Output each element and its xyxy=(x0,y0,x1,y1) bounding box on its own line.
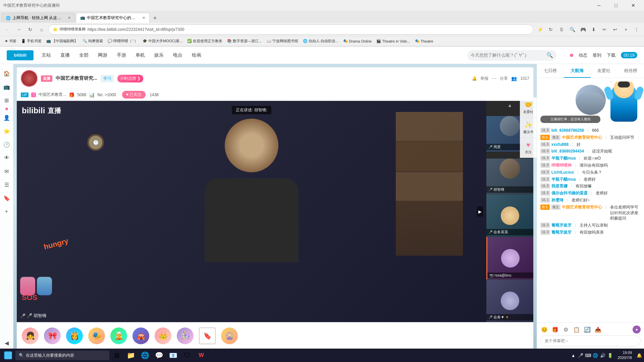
left-message-icon[interactable]: ✉ xyxy=(1,165,13,177)
gift-item-3[interactable]: 🎭 xyxy=(87,325,107,347)
nav-pc-games[interactable]: 网游 xyxy=(97,52,109,58)
love-panel-item[interactable]: 🤝 友爱社 xyxy=(520,98,537,118)
tab-1-close[interactable]: ✕ xyxy=(142,16,145,20)
bookmark-freelance[interactable]: 🌐 自由人-自由职业... xyxy=(301,38,341,44)
bookmark-mooc[interactable]: 🎓 中国大学MOOC(慕... xyxy=(141,38,184,44)
main-video[interactable]: bilibili 直播 正在讲述: 胡智锋; ▶ xyxy=(17,101,486,322)
nav-entertainment[interactable]: 娱乐 xyxy=(153,52,165,58)
url-bar[interactable]: ⭐ 哔哩哔哩弹幕网 https://live.bilibili.com/2223… xyxy=(48,24,533,35)
refresh-icon[interactable]: ↻ xyxy=(546,25,555,34)
bookmark-juben[interactable]: 📺 【中国编剧网】 xyxy=(44,38,80,44)
gift-button[interactable]: 🎁 xyxy=(551,325,559,334)
hourly-btn[interactable]: 小时总榜 ❯ xyxy=(117,75,143,82)
share-button[interactable]: 📤 xyxy=(594,325,602,334)
app-button-4[interactable]: 📧 xyxy=(166,349,180,361)
download-icon[interactable]: ⬇ xyxy=(589,25,598,34)
left-history-icon[interactable]: 🕐 xyxy=(1,138,13,150)
gift-item-1[interactable]: 🎀 xyxy=(42,325,62,347)
taskbar-search-box[interactable]: 🔍 在这里输入你要搜索的内容 xyxy=(15,351,109,360)
taskbar-clock[interactable]: 19:09 2020/7/8 xyxy=(615,350,635,361)
search-button[interactable]: 🔍 xyxy=(546,52,553,58)
refresh-button[interactable]: 🔄 xyxy=(583,325,591,334)
tab-1[interactable]: 📺 中国艺术教育研究中心的直播间 ✕ xyxy=(76,13,150,23)
nav-art[interactable]: 绘画 xyxy=(191,52,203,58)
forward-button[interactable]: → xyxy=(14,25,23,34)
nav-mobile-games[interactable]: 手游 xyxy=(115,52,127,58)
participant-3[interactable]: 📷 rssa@bnu xyxy=(486,237,533,280)
tab-0-close[interactable]: ✕ xyxy=(68,16,71,20)
nav-all[interactable]: 全部 xyxy=(78,52,90,58)
tab-sailing[interactable]: 大航海 xyxy=(564,64,591,78)
bookmark-drama[interactable]: 🎭 Drama Online xyxy=(341,38,374,44)
tab-0[interactable]: 🌐 上网导航 · 轻快上网 从这里开始 ✕ xyxy=(1,13,75,23)
settings-button[interactable]: ⚙ xyxy=(562,325,570,334)
gift-item-4[interactable]: 🧝 xyxy=(109,325,129,347)
nav-signin[interactable]: 签到 xyxy=(593,52,601,58)
left-star-icon[interactable]: ⭐ xyxy=(1,125,13,137)
nav-dynamic[interactable]: 动态 xyxy=(579,52,587,58)
report-button[interactable]: 举报 xyxy=(480,76,488,81)
edge-button[interactable]: 🌐 xyxy=(138,349,152,361)
bookmark-manager[interactable]: ★ 书签 xyxy=(3,38,18,44)
left-collapse-icon[interactable]: ◀ xyxy=(1,337,13,349)
tab-7day[interactable]: 七日榜 xyxy=(537,64,564,78)
bookmark-zhengfang[interactable]: ✅ 欢迎使用正方教务 xyxy=(185,38,224,44)
participant-1[interactable]: 🎤 胡智锋 xyxy=(486,152,533,194)
tray-arrow[interactable]: ▲ xyxy=(570,352,577,359)
wps-button[interactable]: W xyxy=(195,349,208,361)
gift-item-9[interactable]: 🎡 xyxy=(219,325,239,347)
bookmark-bilibili[interactable]: 💬 哔哩哔哩（' '） xyxy=(106,38,140,44)
maximize-button[interactable]: □ xyxy=(608,1,624,10)
back-button[interactable]: ← xyxy=(3,25,12,34)
nav-radio[interactable]: 电台 xyxy=(172,52,184,58)
bilibili-logo[interactable]: bilibili xyxy=(7,50,34,60)
left-home-icon[interactable]: 🏠 xyxy=(1,67,13,79)
magic-panel-item[interactable]: ✨ 魔法书 xyxy=(520,118,537,138)
sidebar-up-arrow[interactable]: ▲ xyxy=(507,103,512,108)
file-explorer-button[interactable]: 📁 xyxy=(124,349,138,361)
left-list-icon[interactable]: ☰ xyxy=(1,179,13,191)
gift-item-5[interactable]: 🎪 xyxy=(131,325,151,347)
more-icon[interactable]: + xyxy=(621,25,631,34)
tray-volume-icon[interactable]: 🔊 xyxy=(599,352,606,359)
gamepad-icon[interactable]: 🎮 xyxy=(578,25,588,34)
tray-keyboard-icon[interactable]: ⌨ xyxy=(585,352,591,359)
start-button[interactable] xyxy=(1,349,15,361)
scissors-icon[interactable]: ✂ xyxy=(600,25,609,34)
bookmark-jiuemo[interactable]: 🔍 鸠摩搜索 xyxy=(80,38,105,44)
refresh-button[interactable]: ↻ xyxy=(25,25,35,34)
participant-4[interactable]: 🎤 会务▼ ▼ xyxy=(486,280,533,322)
follow-panel-item[interactable]: ♥ 关注 xyxy=(520,138,537,158)
bookmark-mobile[interactable]: 📱 手机书签 xyxy=(19,38,44,44)
gift-item-0[interactable]: 👧 xyxy=(20,325,40,347)
tray-battery-icon[interactable]: 🔋 xyxy=(607,352,613,359)
nav-download[interactable]: 下载 xyxy=(607,52,615,58)
bookmark-library[interactable]: 📖 宁波网络图书馆 xyxy=(265,38,300,44)
gift-item-7[interactable]: 🎠 xyxy=(175,325,195,347)
search-button[interactable]: 🔍 xyxy=(568,25,577,34)
extensions-icon[interactable]: ⋮ xyxy=(632,25,641,34)
search-input[interactable] xyxy=(471,53,544,58)
wechat-button[interactable]: 💬 xyxy=(152,349,166,361)
tray-network-icon[interactable]: 🌐 xyxy=(592,352,599,359)
participant-2[interactable]: 🎤 会务英英 xyxy=(486,194,533,237)
bookmark-theatre[interactable]: 🎭 Theatre xyxy=(413,38,435,44)
study-button[interactable]: 学习 xyxy=(101,75,114,82)
search-engine-icon[interactable]: S xyxy=(557,25,566,34)
tab-fans[interactable]: 粉丝榜 xyxy=(617,64,644,78)
tray-mic-icon[interactable]: 🎤 xyxy=(577,352,584,359)
left-add-icon[interactable]: + xyxy=(1,205,13,218)
app-button-5[interactable]: 🛡 xyxy=(180,349,194,361)
task-view-button[interactable]: ⊞ xyxy=(110,349,123,361)
undo-icon[interactable]: ↩ xyxy=(610,25,620,34)
nav-single[interactable]: 单机 xyxy=(134,52,146,58)
bookmark-theatre-video[interactable]: 🎬 Theatre in Vide... xyxy=(374,38,412,44)
tab-love[interactable]: 友爱社 xyxy=(591,64,618,78)
lightning-icon[interactable]: ⚡ xyxy=(535,25,545,34)
left-live-icon[interactable]: 📺 xyxy=(1,81,13,93)
nav-live[interactable]: 直播 xyxy=(59,52,71,58)
gift-item-2[interactable]: 👸 xyxy=(64,325,85,347)
new-tab-button[interactable]: + xyxy=(150,13,160,23)
left-bookmark-icon[interactable]: 🔖 xyxy=(1,192,13,204)
screenshot-button[interactable]: 📋 xyxy=(573,325,581,334)
